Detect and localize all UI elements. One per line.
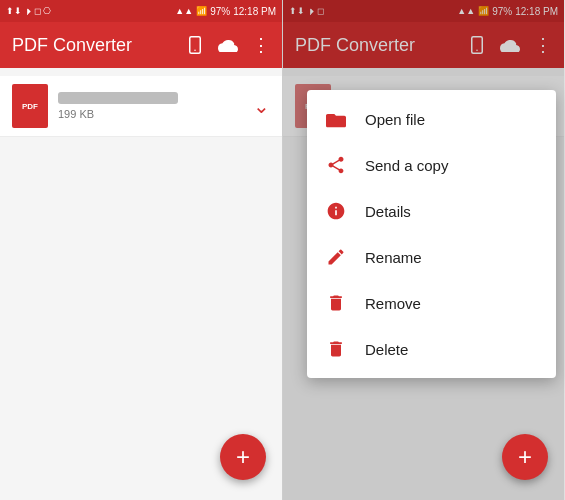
wifi-icon: 📶	[196, 6, 207, 16]
app-title-left: PDF Converter	[12, 35, 178, 56]
chevron-down-icon-left[interactable]: ⌄	[253, 94, 270, 118]
file-info-left: 199 KB	[58, 92, 243, 120]
menu-item-open-file[interactable]: Open file	[307, 96, 556, 142]
phone-icon-left[interactable]	[186, 36, 204, 54]
remove-icon	[325, 292, 347, 314]
remove-label: Remove	[365, 295, 421, 312]
app-bar-icons-left: ⋮	[186, 34, 270, 56]
notification-icons: ⬆⬇ ⏵◻ ⎔	[6, 6, 51, 16]
info-icon	[325, 200, 347, 222]
status-right-info: ▲▲ 📶 97% 12:18 PM	[175, 6, 276, 17]
left-panel: ⬆⬇ ⏵◻ ⎔ ▲▲ 📶 97% 12:18 PM PDF Converter …	[0, 0, 282, 500]
rename-label: Rename	[365, 249, 422, 266]
menu-item-rename[interactable]: Rename	[307, 234, 556, 280]
battery-level: 97%	[210, 6, 230, 17]
file-item-left[interactable]: PDF 199 KB ⌄	[0, 76, 282, 137]
right-panel: ⬆⬇ ⏵◻ ▲▲ 📶 97% 12:18 PM PDF Converter ⋮ …	[282, 0, 564, 500]
share-icon	[325, 154, 347, 176]
menu-item-remove[interactable]: Remove	[307, 280, 556, 326]
status-bar-left: ⬆⬇ ⏵◻ ⎔ ▲▲ 📶 97% 12:18 PM	[0, 0, 282, 22]
file-name-blurred-left	[58, 92, 178, 104]
fab-button-right[interactable]: +	[502, 434, 548, 480]
more-icon-left[interactable]: ⋮	[252, 34, 270, 56]
file-size-left: 199 KB	[58, 108, 243, 120]
menu-item-details[interactable]: Details	[307, 188, 556, 234]
delete-label: Delete	[365, 341, 408, 358]
svg-point-1	[194, 50, 196, 52]
cloud-icon-left[interactable]	[218, 38, 238, 52]
open-file-label: Open file	[365, 111, 425, 128]
fab-icon-right: +	[518, 443, 532, 471]
fab-icon-left: +	[236, 443, 250, 471]
send-copy-label: Send a copy	[365, 157, 448, 174]
menu-item-delete[interactable]: Delete	[307, 326, 556, 372]
status-left-icons: ⬆⬇ ⏵◻ ⎔	[6, 6, 51, 16]
fab-button-left[interactable]: +	[220, 434, 266, 480]
context-menu: Open file Send a copy Details	[307, 90, 556, 378]
app-bar-left: PDF Converter ⋮	[0, 22, 282, 68]
time-display: 12:18 PM	[233, 6, 276, 17]
folder-icon	[325, 108, 347, 130]
edit-icon	[325, 246, 347, 268]
signal-icon: ▲▲	[175, 6, 193, 16]
pdf-icon-left: PDF	[12, 84, 48, 128]
delete-icon	[325, 338, 347, 360]
details-label: Details	[365, 203, 411, 220]
menu-item-send-copy[interactable]: Send a copy	[307, 142, 556, 188]
